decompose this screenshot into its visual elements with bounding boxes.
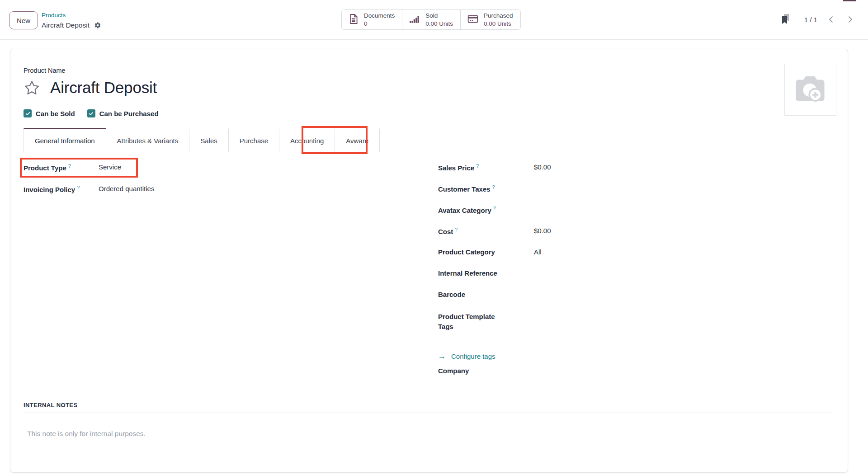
can-be-sold-checkbox-item: Can be Sold — [24, 109, 75, 117]
can-be-purchased-checkbox[interactable] — [87, 109, 95, 117]
internal-reference-value[interactable] — [534, 268, 561, 277]
bar-chart-icon — [408, 13, 421, 26]
internal-notes-input[interactable]: This note is only for internal purposes. — [27, 430, 831, 438]
customer-taxes-label: Customer Taxes — [438, 185, 491, 193]
tab-purchase[interactable]: Purchase — [229, 128, 279, 152]
arrow-right-icon: → — [438, 352, 446, 360]
product-category-label: Product Category — [438, 248, 495, 256]
stat-button-documents[interactable]: Documents 0 — [342, 10, 402, 29]
right-field-column: Sales Price? $0.00 Customer Taxes? Avata… — [438, 162, 831, 402]
check-icon — [88, 111, 94, 117]
company-label: Company — [438, 367, 469, 375]
can-be-sold-checkbox[interactable] — [24, 109, 32, 117]
avatax-category-label: Avatax Category — [438, 206, 491, 214]
field-row-cost: Cost? $0.00 — [438, 226, 831, 247]
configure-tags-link[interactable]: → Configure tags — [438, 352, 495, 360]
product-category-value[interactable]: All — [534, 247, 561, 256]
product-name-label: Product Name — [24, 67, 831, 74]
field-row-sales-price: Sales Price? $0.00 — [438, 162, 831, 183]
breadcrumb-record-name: Aircraft Deposit — [42, 21, 90, 29]
configure-tags-row: → Configure tags — [438, 346, 831, 366]
can-be-purchased-checkbox-item: Can be Purchased — [87, 109, 159, 117]
help-icon: ? — [455, 227, 458, 232]
help-icon: ? — [476, 163, 479, 169]
avatax-category-value[interactable] — [534, 205, 561, 214]
company-value[interactable] — [534, 366, 561, 375]
new-button[interactable]: New — [9, 11, 38, 29]
credit-card-icon — [467, 13, 479, 26]
barcode-label: Barcode — [438, 291, 465, 298]
product-form-card: Product Name Aircraft Deposit Can be Sol… — [10, 49, 848, 473]
stat-button-group: Documents 0 Sold 0.00 Units — [341, 9, 521, 30]
notebook-tabs: General Information Attributes & Variant… — [24, 128, 831, 152]
help-icon: ? — [492, 184, 495, 190]
tab-general-information[interactable]: General Information — [24, 128, 106, 152]
product-template-tags-value[interactable] — [534, 311, 561, 320]
internal-notes-header: INTERNAL NOTES — [24, 402, 831, 413]
sales-price-label: Sales Price — [438, 164, 474, 172]
tab-accounting[interactable]: Accounting — [279, 128, 335, 152]
help-icon: ? — [68, 163, 71, 169]
stat-button-sold[interactable]: Sold 0.00 Units — [402, 10, 460, 29]
check-icon — [25, 111, 31, 117]
pager-next-icon[interactable] — [845, 15, 854, 24]
tab-avware[interactable]: Avware — [335, 128, 380, 152]
customer-taxes-value[interactable] — [534, 183, 561, 192]
field-row-company: Company — [438, 366, 831, 387]
cost-label: Cost — [438, 228, 453, 235]
field-row-avatax-category: Avatax Category? — [438, 205, 831, 226]
cost-value[interactable]: $0.00 — [534, 226, 561, 235]
product-template-tags-label: Product Template Tags — [438, 312, 504, 332]
pager-counter: 1 / 1 — [804, 16, 817, 23]
product-title[interactable]: Aircraft Deposit — [50, 79, 157, 97]
tab-attributes-variants[interactable]: Attributes & Variants — [106, 128, 190, 152]
internal-reference-label: Internal Reference — [438, 269, 497, 277]
bookmark-icon[interactable] — [780, 14, 791, 25]
systray-cutoff-element — [843, 0, 856, 1]
internal-notes-section: INTERNAL NOTES This note is only for int… — [24, 402, 831, 438]
product-type-label: Product Type — [24, 164, 66, 172]
stat-button-purchased[interactable]: Purchased 0.00 Units — [460, 10, 520, 29]
tab-sales[interactable]: Sales — [189, 128, 229, 152]
pager-area: 1 / 1 — [780, 14, 854, 25]
field-row-internal-reference: Internal Reference — [438, 268, 831, 290]
help-icon: ? — [77, 185, 80, 190]
field-row-product-type: Product Type? Service — [24, 162, 438, 184]
document-icon — [348, 13, 359, 26]
product-type-value[interactable]: Service — [99, 162, 126, 171]
favorite-star-icon[interactable] — [24, 80, 40, 96]
field-row-barcode: Barcode — [438, 290, 831, 311]
invoicing-policy-value[interactable]: Ordered quantities — [99, 184, 154, 193]
left-field-column: Product Type? Service Invoicing Policy? … — [24, 162, 438, 402]
breadcrumb: Products Aircraft Deposit — [42, 10, 101, 29]
pager-previous-icon[interactable] — [827, 15, 836, 24]
invoicing-policy-label: Invoicing Policy — [24, 186, 75, 193]
sales-price-value[interactable]: $0.00 — [534, 162, 561, 171]
top-navbar: New Products Aircraft Deposit Documents … — [0, 0, 868, 40]
barcode-value[interactable] — [534, 290, 561, 299]
field-row-customer-taxes: Customer Taxes? — [438, 183, 831, 205]
gear-icon[interactable] — [94, 22, 101, 29]
help-icon: ? — [493, 206, 496, 211]
breadcrumb-products-link[interactable]: Products — [42, 12, 66, 19]
capability-checkboxes: Can be Sold Can be Purchased — [24, 108, 831, 118]
field-row-product-template-tags: Product Template Tags — [438, 311, 831, 346]
field-row-invoicing-policy: Invoicing Policy? Ordered quantities — [24, 184, 438, 206]
field-row-product-category: Product Category All — [438, 247, 831, 268]
